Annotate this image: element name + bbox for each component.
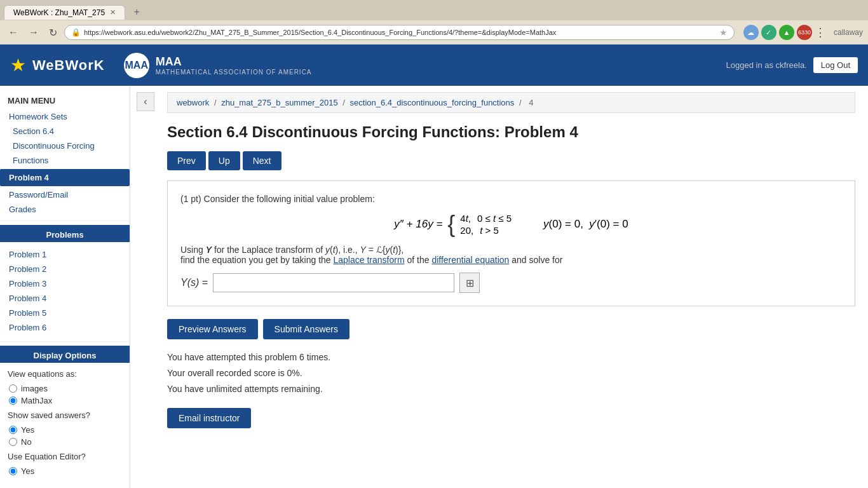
address-bar[interactable]: 🔒 https://webwork.asu.edu/webwork2/Zhu_M… [64, 25, 735, 40]
mathjax-radio[interactable] [9, 396, 17, 405]
answer-row: Y(s) = ⊞ [180, 273, 842, 293]
forward-button[interactable]: → [25, 25, 42, 39]
breadcrumb: webwork / zhu_mat_275_b_summer_2015 / se… [167, 92, 855, 113]
browser-chrome: WeBWorK : Zhu_MAT_275 ✕ + ← → ↻ 🔒 https:… [0, 0, 868, 44]
math-equation-display: y″ + 16y = { 4t, 0 ≤ t ≤ 5 20, t > 5 [180, 213, 842, 236]
sidebar-item-grades[interactable]: Grades [0, 202, 130, 217]
maa-subtitle: MATHEMATICAL ASSOCIATION OF AMERICA [156, 69, 312, 76]
sidebar-problem-5[interactable]: Problem 5 [0, 306, 130, 320]
new-tab-btn[interactable]: + [128, 5, 146, 19]
ext-btn-1[interactable]: ☁ [743, 25, 759, 40]
preview-answers-button[interactable]: Preview Answers [167, 319, 258, 339]
eq-yes-radio[interactable] [9, 467, 17, 475]
case1-condition: 0 ≤ t ≤ 5 [477, 213, 512, 224]
sidebar-item-password-email[interactable]: Password/Email [0, 187, 130, 202]
breadcrumb-course[interactable]: zhu_mat_275_b_summer_2015 [221, 98, 338, 107]
tab-title: WeBWorK : Zhu_MAT_275 [13, 8, 105, 17]
content-inner: webwork / zhu_mat_275_b_summer_2015 / se… [154, 86, 868, 435]
sidebar-problem-2[interactable]: Problem 2 [0, 262, 130, 276]
refresh-button[interactable]: ↻ [46, 25, 60, 40]
problem-box: (1 pt) Consider the following initial va… [167, 180, 855, 306]
up-button[interactable]: Up [208, 151, 240, 170]
sidebar-item-problem4[interactable]: Problem 4 [0, 169, 130, 186]
tab-close-btn[interactable]: ✕ [110, 8, 116, 17]
laplace-transform-link[interactable]: Laplace transform [334, 255, 405, 265]
problem-title: Section 6.4 Discontinuous Forcing Functi… [167, 123, 855, 141]
case2-condition: t > 5 [480, 225, 499, 236]
main-layout: MAIN MENU Homework Sets Section 6.4 Disc… [0, 86, 868, 488]
mathjax-radio-group: MathJax [0, 395, 130, 407]
breadcrumb-sep-2: / [342, 98, 347, 107]
mathjax-radio-label[interactable]: MathJax [21, 396, 52, 405]
problem-text: (1 pt) Consider the following initial va… [180, 194, 842, 204]
ext-btn-3[interactable]: ▲ [779, 25, 794, 40]
ext-btn-2[interactable]: ✓ [761, 25, 776, 40]
eq-yes-radio-group: Yes [0, 465, 130, 477]
sidebar-item-functions[interactable]: Functions [0, 153, 130, 168]
sidebar-divider-1 [0, 220, 130, 221]
top-header: ★ WeBWorK MAA MAA MATHEMATICAL ASSOCIATI… [0, 44, 868, 86]
sidebar-item-discontinuous[interactable]: Discontinuous Forcing [0, 139, 130, 153]
laplace-text-1: Using Y for the Laplace transform of y(t… [180, 245, 842, 255]
sidebar: MAIN MENU Homework Sets Section 6.4 Disc… [0, 86, 130, 488]
laplace-text-block: Using Y for the Laplace transform of y(t… [180, 245, 842, 293]
breadcrumb-sep-3: / [519, 98, 524, 107]
active-tab[interactable]: WeBWorK : Zhu_MAT_275 ✕ [4, 5, 125, 20]
back-button[interactable]: ← [5, 25, 22, 39]
action-buttons: Preview Answers Submit Answers [167, 319, 855, 339]
display-options-header: Display Options [0, 346, 130, 363]
breadcrumb-section[interactable]: section_6.4_discontinuous_forcing_functi… [350, 98, 515, 107]
submit-answers-button[interactable]: Submit Answers [263, 319, 349, 339]
next-button[interactable]: Next [243, 151, 281, 170]
yes-radio[interactable] [9, 426, 17, 434]
yes-radio-group: Yes [0, 424, 130, 436]
breadcrumb-webwork[interactable]: webwork [177, 98, 209, 107]
show-saved-label: Show saved answers? [0, 407, 130, 424]
attempt-text-2: Your overall recorded score is 0%. [167, 365, 855, 381]
breadcrumb-sep-1: / [214, 98, 219, 107]
no-radio[interactable] [9, 438, 17, 446]
grid-button[interactable]: ⊞ [459, 273, 480, 293]
initial-conditions: y(0) = 0, y′(0) = 0 [543, 218, 628, 231]
breadcrumb-problem-num: 4 [529, 98, 533, 107]
ode-equation: y″ + 16y = { 4t, 0 ≤ t ≤ 5 20, t > 5 [394, 213, 512, 236]
logo-star-icon: ★ [10, 55, 26, 76]
webwork-logo-text[interactable]: WeBWorK [32, 57, 105, 74]
sidebar-item-section[interactable]: Section 6.4 [0, 124, 130, 139]
email-instructor-button[interactable]: Email instructor [167, 408, 251, 428]
sidebar-problem-3[interactable]: Problem 3 [0, 276, 130, 291]
logged-in-user: callaway [834, 28, 863, 37]
images-radio[interactable] [9, 384, 17, 393]
sidebar-item-homework-sets[interactable]: Homework Sets [0, 109, 130, 124]
url-text: https://webwork.asu.edu/webwork2/Zhu_MAT… [84, 29, 556, 36]
gmail-btn[interactable]: 6330 [797, 25, 812, 40]
prev-button[interactable]: Prev [167, 151, 206, 170]
yes-radio-label[interactable]: Yes [21, 425, 34, 435]
tab-bar: WeBWorK : Zhu_MAT_275 ✕ + [0, 0, 868, 20]
answer-input[interactable] [213, 273, 454, 292]
case2-value: 20, [460, 225, 473, 236]
maa-text-block: MAA MATHEMATICAL ASSOCIATION OF AMERICA [156, 55, 312, 76]
maa-title: MAA [156, 55, 312, 69]
logout-button[interactable]: Log Out [813, 57, 858, 73]
sidebar-problem-4[interactable]: Problem 4 [0, 291, 130, 306]
sidebar-problem-6[interactable]: Problem 6 [0, 320, 130, 335]
maa-icon: MAA [124, 53, 149, 78]
images-radio-label[interactable]: images [21, 384, 48, 393]
case1-value: 4t, [460, 213, 471, 224]
case-row-2: 20, t > 5 [460, 225, 512, 236]
toggle-sidebar-btn[interactable]: ‹ [137, 92, 154, 111]
browser-menu-btn[interactable]: ⋮ [815, 25, 826, 39]
attempt-info: You have attempted this problem 6 times.… [167, 349, 855, 398]
header-right: Logged in as ckfreela. Log Out [726, 57, 858, 73]
eq-yes-radio-label[interactable]: Yes [21, 466, 34, 476]
problems-header: Problems [0, 225, 130, 242]
main-content: webwork / zhu_mat_275_b_summer_2015 / se… [154, 86, 868, 488]
problems-list: Problem 1 Problem 2 Problem 3 Problem 4 … [0, 245, 130, 337]
address-bar-row: ← → ↻ 🔒 https://webwork.asu.edu/webwork2… [0, 20, 868, 44]
no-radio-label[interactable]: No [21, 437, 32, 447]
sidebar-problem-1[interactable]: Problem 1 [0, 247, 130, 262]
differential-equation-link[interactable]: differential equation [431, 255, 509, 265]
attempt-text-1: You have attempted this problem 6 times. [167, 349, 855, 365]
sidebar-divider-2 [0, 341, 130, 342]
